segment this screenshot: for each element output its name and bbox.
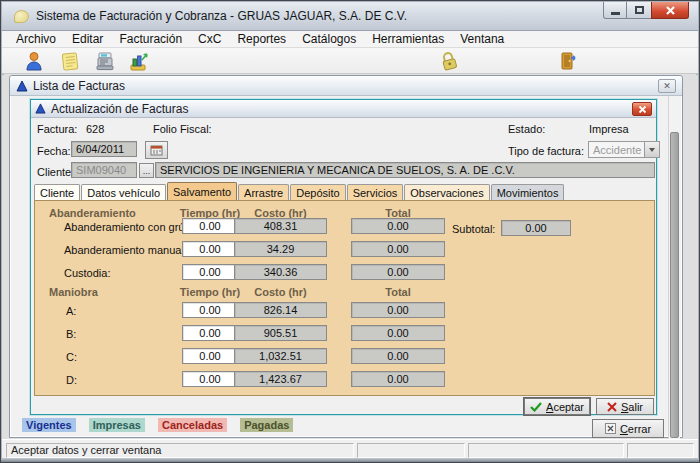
tab-salvamento[interactable]: Salvamento bbox=[167, 182, 237, 200]
mdi-area: Lista de Facturas ✕ Actualización de Fac… bbox=[2, 75, 698, 439]
total-field: 0.00 bbox=[351, 325, 445, 341]
menu-reportes[interactable]: Reportes bbox=[229, 31, 294, 47]
tab-servicios[interactable]: Servicios bbox=[347, 184, 404, 200]
reports-toolbar-button[interactable] bbox=[127, 50, 151, 72]
row-label: D: bbox=[66, 374, 77, 386]
tab-cliente[interactable]: Cliente bbox=[34, 184, 80, 200]
tab-observaciones[interactable]: Observaciones bbox=[404, 184, 489, 200]
tiempo-input[interactable]: 0.00 bbox=[182, 325, 238, 341]
menu-editar[interactable]: Editar bbox=[64, 31, 111, 47]
clients-toolbar-button[interactable] bbox=[22, 50, 46, 72]
costo-field: 826.14 bbox=[234, 302, 327, 318]
minimize-icon bbox=[611, 12, 620, 15]
tiempo-input[interactable]: 0.00 bbox=[182, 371, 238, 387]
vertical-scrollbar[interactable] bbox=[668, 96, 680, 439]
user-icon bbox=[25, 51, 43, 71]
app-icon bbox=[14, 10, 29, 23]
salvamento-panel: Abanderamiento Tiempo (hr) Costo (hr) To… bbox=[34, 200, 655, 396]
menu-cxc[interactable]: CxC bbox=[190, 31, 229, 47]
subtotal-label: Subtotal: bbox=[452, 223, 495, 235]
triangle-icon bbox=[35, 103, 46, 114]
lock-toolbar-button[interactable] bbox=[437, 50, 461, 72]
tiempo-input[interactable]: 0.00 bbox=[182, 302, 238, 318]
maximize-button[interactable] bbox=[627, 2, 651, 19]
lista-de-facturas-window: Lista de Facturas ✕ Actualización de Fac… bbox=[9, 75, 683, 438]
tipo-factura-combo[interactable]: Accidente bbox=[588, 141, 660, 158]
legend-canceladas: Canceladas bbox=[158, 418, 227, 432]
close-box-icon bbox=[605, 423, 616, 434]
triangle-icon bbox=[16, 80, 28, 92]
tab-datos-vehiculo[interactable]: Datos vehículo bbox=[81, 184, 166, 200]
cerrar-button[interactable]: Cerrar bbox=[592, 419, 664, 438]
main-window: Sistema de Facturación y Cobranza - GRUA… bbox=[0, 0, 700, 463]
close-icon bbox=[665, 5, 676, 16]
status-legend: Vigentes Impresas Canceladas Pagadas bbox=[22, 418, 293, 432]
lista-content: Actualización de Facturas Factura: 628 F… bbox=[10, 96, 682, 437]
costo-field: 408.31 bbox=[234, 218, 327, 234]
tiempo-input[interactable]: 0.00 bbox=[182, 264, 238, 280]
minimize-button[interactable] bbox=[603, 2, 627, 19]
menu-ventana[interactable]: Ventana bbox=[452, 31, 512, 47]
cliente-browse-button[interactable]: ... bbox=[139, 163, 154, 178]
tiempo-input[interactable]: 0.00 bbox=[182, 241, 238, 257]
tiempo-input[interactable]: 0.00 bbox=[182, 218, 238, 234]
window-controls bbox=[603, 2, 689, 19]
cash-register-icon bbox=[95, 52, 115, 71]
scrollbar-thumb[interactable] bbox=[670, 132, 679, 438]
window-title: Sistema de Facturación y Cobranza - GRUA… bbox=[36, 9, 407, 23]
total-field: 0.00 bbox=[351, 218, 445, 234]
lista-title: Lista de Facturas bbox=[33, 79, 125, 93]
total-field: 0.00 bbox=[351, 241, 445, 257]
tab-arrastre[interactable]: Arrastre bbox=[238, 184, 289, 200]
estado-label: Estado: bbox=[508, 123, 545, 135]
aceptar-button[interactable]: Aceptar bbox=[524, 398, 590, 415]
exit-door-icon bbox=[559, 51, 579, 71]
factura-label: Factura: bbox=[37, 123, 77, 135]
tipo-factura-value: Accidente bbox=[589, 144, 644, 156]
tab-deposito[interactable]: Depósito bbox=[290, 184, 345, 200]
abanderamiento-header: Abanderamiento bbox=[49, 207, 136, 219]
status-panel-3 bbox=[468, 443, 624, 458]
cliente-name-field: SERVICIOS DE INGENIERIA Y MECANICA DE SU… bbox=[155, 162, 655, 178]
estado-value: Impresa bbox=[589, 123, 629, 135]
cliente-code-input: SIM09040 bbox=[71, 162, 137, 178]
exit-toolbar-button[interactable] bbox=[557, 50, 581, 72]
close-button[interactable] bbox=[651, 2, 689, 19]
row-label: Custodia: bbox=[64, 267, 110, 279]
row-label: Abanderamiento con grúa: bbox=[64, 221, 194, 233]
combo-dropdown-button[interactable] bbox=[644, 142, 659, 157]
row-label: Abanderamiento manual: bbox=[64, 244, 187, 256]
tab-strip: Cliente Datos vehículo Salvamento Arrast… bbox=[34, 182, 565, 200]
total-field: 0.00 bbox=[351, 302, 445, 318]
col-total: Total bbox=[351, 286, 445, 298]
status-panel-2 bbox=[357, 443, 465, 458]
tab-movimientos[interactable]: Movimientos bbox=[491, 184, 565, 200]
cash-register-toolbar-button[interactable] bbox=[93, 50, 117, 72]
legend-impresas: Impresas bbox=[89, 418, 145, 432]
fecha-label: Fecha: bbox=[37, 145, 71, 157]
lista-title-bar: Lista de Facturas ✕ bbox=[10, 76, 682, 96]
total-field: 0.00 bbox=[351, 371, 445, 387]
costo-field: 34.29 bbox=[234, 241, 327, 257]
salir-button[interactable]: Salir bbox=[596, 398, 654, 415]
lista-close-button[interactable]: ✕ bbox=[658, 79, 676, 93]
salir-label: Salir bbox=[621, 401, 643, 413]
calendar-button[interactable] bbox=[145, 141, 168, 159]
cliente-label: Cliente: bbox=[37, 166, 74, 178]
dialog-title: Actualización de Facturas bbox=[51, 102, 188, 116]
tiempo-input[interactable]: 0.00 bbox=[182, 348, 238, 364]
status-bar: Aceptar datos y cerrar ventana bbox=[2, 439, 698, 460]
menu-catalogos[interactable]: Catálogos bbox=[294, 31, 364, 47]
costo-field: 1,423.67 bbox=[234, 371, 327, 387]
menu-facturacion[interactable]: Facturación bbox=[111, 31, 190, 47]
menu-archivo[interactable]: Archivo bbox=[8, 31, 64, 47]
legend-pagadas: Pagadas bbox=[240, 418, 293, 432]
fecha-input: 6/04/2011 bbox=[71, 141, 137, 157]
tool-bar bbox=[2, 48, 698, 74]
lock-icon bbox=[438, 49, 461, 73]
invoices-toolbar-button[interactable] bbox=[58, 50, 82, 72]
menu-herramientas[interactable]: Herramientas bbox=[364, 31, 452, 47]
x-icon bbox=[607, 402, 617, 412]
dialog-close-button[interactable] bbox=[632, 102, 652, 116]
maniobra-header: Maniobra bbox=[49, 286, 98, 298]
